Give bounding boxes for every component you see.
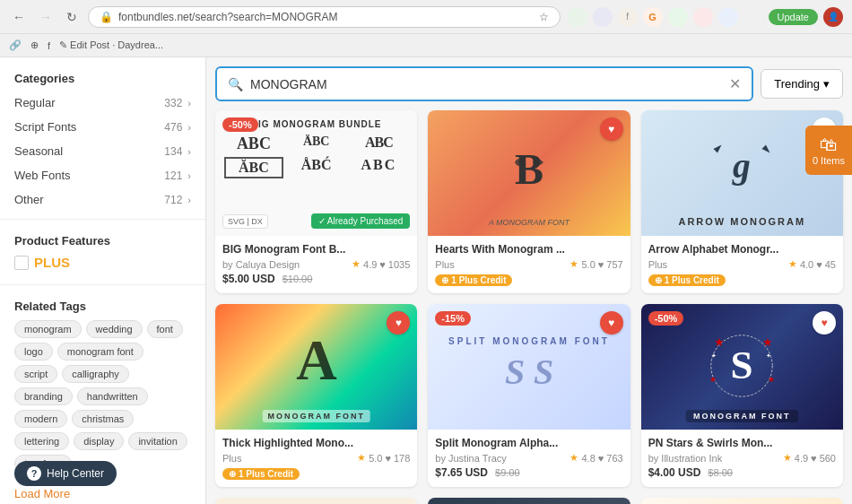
heart-icon-count-6: ♥ bbox=[811, 453, 817, 464]
browser-chrome: ← → ↻ 🔒 fontbundles.net/search?search=MO… bbox=[0, 0, 852, 34]
wishlist-btn-2[interactable]: ♥ bbox=[600, 117, 623, 141]
product-meta-5: by Justina Tracy ★4.8 ♥763 bbox=[435, 452, 622, 464]
bookmark-icon-3[interactable]: f bbox=[48, 40, 50, 51]
product-author-6: by Illustration Ink bbox=[648, 453, 723, 464]
plus-badge[interactable]: PLUS bbox=[14, 255, 191, 270]
bookmark-icon-1[interactable]: 🔗 bbox=[9, 39, 22, 51]
tag-branding[interactable]: branding bbox=[14, 387, 73, 405]
forward-button[interactable]: → bbox=[36, 8, 56, 26]
svg-text:★: ★ bbox=[768, 375, 775, 384]
product-info-6: PN Stars & Swirls Mon... by Illustration… bbox=[641, 430, 843, 486]
product-rating-5: ★4.8 ♥763 bbox=[569, 452, 622, 464]
tag-handwritten[interactable]: handwritten bbox=[77, 387, 148, 405]
profile-icon[interactable]: 👤 bbox=[823, 7, 843, 27]
heart-icon-count-3: ♥ bbox=[816, 259, 822, 270]
url-bar[interactable]: 🔒 fontbundles.net/search?search=MONOGRAM… bbox=[88, 6, 561, 28]
reload-button[interactable]: ↻ bbox=[63, 8, 81, 26]
product-title-2: Hearts With Monogram ... bbox=[435, 243, 622, 256]
tag-monogram[interactable]: monogram bbox=[14, 320, 82, 338]
tag-modern[interactable]: modern bbox=[14, 410, 67, 428]
back-button[interactable]: ← bbox=[9, 8, 29, 26]
star-icon-5: ★ bbox=[569, 452, 578, 464]
search-icon: 🔍 bbox=[228, 77, 243, 91]
already-purchased-btn[interactable]: ✓ Already Purchased bbox=[311, 213, 411, 229]
product-card-6[interactable]: S ★ ★ ★ ★ ✦ ✦ MONOGRAM FONT -50% ♥ bbox=[641, 304, 843, 487]
svg-text:★: ★ bbox=[762, 335, 773, 348]
extension-icon-5[interactable] bbox=[668, 7, 688, 27]
bookmark-icon-2[interactable]: ⊕ bbox=[30, 39, 39, 51]
product-price-5: $7.65 USD bbox=[435, 466, 488, 479]
sidebar-item-seasonal[interactable]: Seasonal 134 › bbox=[0, 139, 205, 163]
content-area: 🔍 ✕ Trending ▾ BIG MONOGRAM BUNDLE ABC Ä… bbox=[206, 57, 852, 504]
floating-cart[interactable]: 🛍 0 Items bbox=[805, 126, 852, 175]
extension-icon-6[interactable] bbox=[693, 7, 713, 27]
tag-invitation[interactable]: invitation bbox=[128, 432, 187, 450]
tag-display[interactable]: display bbox=[74, 432, 124, 450]
product-image-2: B A MONOGRAM FONT ♥ bbox=[428, 110, 630, 236]
help-center-button[interactable]: ? Help Center bbox=[14, 461, 117, 486]
search-input[interactable] bbox=[250, 77, 722, 91]
tag-script[interactable]: script bbox=[14, 365, 57, 383]
trending-label: Trending bbox=[774, 77, 820, 91]
svg-text:g: g bbox=[732, 146, 751, 186]
product-card-2[interactable]: B A MONOGRAM FONT ♥ Hearts With Monogram… bbox=[428, 110, 630, 293]
product-image-8: M bbox=[428, 498, 630, 504]
sidebar-count-script: 476 bbox=[164, 121, 182, 134]
trending-button[interactable]: Trending ▾ bbox=[761, 69, 843, 99]
related-tags-title: Related Tags bbox=[14, 300, 191, 313]
wishlist-btn-4[interactable]: ♥ bbox=[387, 311, 410, 335]
heart-icon-count-4: ♥ bbox=[385, 453, 391, 464]
heart-icon-count-5: ♥ bbox=[598, 453, 604, 464]
sidebar-item-webfonts[interactable]: Web Fonts 121 › bbox=[0, 163, 205, 187]
plus-checkbox[interactable] bbox=[14, 256, 29, 270]
wishlist-btn-5[interactable]: ♥ bbox=[600, 311, 623, 335]
update-button[interactable]: Update bbox=[769, 9, 818, 25]
sidebar-label-seasonal: Seasonal bbox=[14, 144, 63, 158]
extension-icon-3[interactable]: f bbox=[618, 7, 638, 27]
tag-wedding[interactable]: wedding bbox=[86, 320, 143, 338]
sidebar-item-other[interactable]: Other 712 › bbox=[0, 187, 205, 212]
product-card-9[interactable]: MONOGRAMFONT bbox=[641, 498, 843, 504]
tag-christmas[interactable]: christmas bbox=[72, 410, 134, 428]
sidebar-item-script[interactable]: Script Fonts 476 › bbox=[0, 115, 205, 139]
divider-2 bbox=[0, 284, 205, 285]
clear-search-button[interactable]: ✕ bbox=[729, 75, 741, 92]
extension-icon-4[interactable]: G bbox=[643, 7, 663, 27]
product-old-price-1: $10.00 bbox=[283, 274, 313, 284]
product-rating-4: ★5.0 ♥178 bbox=[357, 452, 410, 464]
sidebar-label-other: Other bbox=[14, 193, 44, 206]
product-card-8[interactable]: M bbox=[428, 498, 630, 504]
tags-container: monogram wedding font logo monogram font… bbox=[14, 320, 191, 473]
extension-icon-7[interactable] bbox=[718, 7, 738, 27]
tag-logo[interactable]: logo bbox=[14, 343, 53, 361]
star-icon-3: ★ bbox=[788, 258, 797, 270]
product-card-1[interactable]: BIG MONOGRAM BUNDLE ABC ÄBC ABC ĂBC ÅBĆ … bbox=[215, 110, 417, 293]
cart-count: 0 Items bbox=[813, 155, 845, 166]
product-card-5[interactable]: SPLIT MONOGRAM FONT S S -15% ♥ Split Mon… bbox=[428, 304, 630, 487]
product-price-1: $5.00 USD bbox=[222, 273, 275, 285]
wishlist-btn-6[interactable]: ♥ bbox=[813, 311, 836, 335]
tag-font[interactable]: font bbox=[147, 320, 183, 338]
product-card-4[interactable]: A MONOGRAM FONT ♥ Thick Highlighted Mono… bbox=[215, 304, 417, 487]
extension-icon-1[interactable] bbox=[568, 7, 587, 27]
heart-icon-1: ♥ bbox=[379, 259, 386, 270]
tag-lettering[interactable]: lettering bbox=[14, 432, 69, 450]
sidebar-count-other: 712 bbox=[164, 194, 182, 206]
lock-icon: 🔒 bbox=[100, 11, 113, 23]
plus-icon-4: ⊕ bbox=[229, 469, 236, 479]
tag-calligraphy[interactable]: calligraphy bbox=[62, 365, 129, 383]
bookmark-edit[interactable]: ✎ Edit Post · Daydrea... bbox=[59, 39, 163, 51]
bookmarks-bar: 🔗 ⊕ f ✎ Edit Post · Daydrea... bbox=[0, 34, 852, 57]
heart-icon-2: ♥ bbox=[608, 123, 614, 135]
product-rating-6: ★4.9 ♥560 bbox=[783, 452, 836, 464]
discount-badge-6: -50% bbox=[648, 311, 684, 326]
extension-icon-2[interactable] bbox=[593, 7, 613, 27]
sidebar-label-regular: Regular bbox=[14, 96, 56, 109]
tag-monogram-font[interactable]: monogram font bbox=[57, 343, 143, 361]
extension-icon-8[interactable] bbox=[743, 7, 763, 27]
svg-text:S: S bbox=[505, 352, 525, 392]
browser-actions: f G Update 👤 bbox=[568, 7, 843, 27]
sidebar-item-regular[interactable]: Regular 332 › bbox=[0, 91, 205, 115]
product-card-7[interactable]: CIRCLE MONOGRAM & FRAME BUNDLE bbox=[215, 498, 417, 504]
sidebar-label-script: Script Fonts bbox=[14, 120, 76, 134]
